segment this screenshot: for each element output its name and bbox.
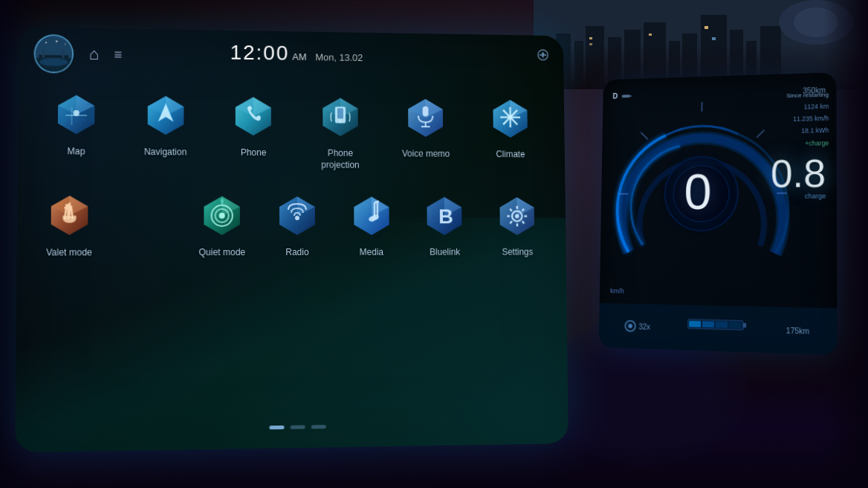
- speed-unit-label: km/h: [610, 287, 624, 295]
- home-icon[interactable]: ⌂: [88, 45, 99, 64]
- svg-rect-25: [42, 49, 45, 57]
- svg-rect-18: [712, 37, 716, 40]
- main-infotainment-screen: ⌂ ≡ 12:00 AM Mon, 13.02: [15, 27, 569, 452]
- svg-rect-104: [630, 95, 632, 97]
- pagination-dot-3[interactable]: [311, 425, 326, 428]
- app-item-bluelink[interactable]: B Bluelink: [418, 190, 471, 259]
- info-since-restarting: Since restarting: [786, 89, 829, 102]
- svg-rect-15: [589, 43, 592, 45]
- svg-line-98: [757, 130, 764, 138]
- app-row-1: Map: [18, 80, 566, 173]
- pagination-dot-2[interactable]: [291, 426, 305, 429]
- svg-line-97: [641, 132, 648, 140]
- top-bar: ⌂ ≡ 12:00 AM Mon, 13.02: [19, 27, 564, 86]
- app-label-navigation: Navigation: [144, 147, 187, 158]
- clock-period: AM: [292, 51, 306, 62]
- svg-rect-103: [622, 94, 630, 97]
- svg-text:B: B: [438, 205, 453, 228]
- app-item-settings[interactable]: Settings: [491, 190, 543, 258]
- info-distance: 1124 km: [786, 100, 829, 114]
- svg-rect-108: [716, 321, 728, 328]
- app-label-climate: Climate: [496, 149, 525, 160]
- home-avatar[interactable]: [33, 34, 74, 74]
- app-item-phone-projection[interactable]: Phone projection: [314, 91, 366, 171]
- charge-display: 0.8 charge: [771, 150, 826, 199]
- menu-icon[interactable]: ≡: [114, 47, 123, 62]
- app-label-map: Map: [68, 146, 85, 158]
- speed-display: 0: [684, 163, 710, 221]
- bottom-left-value: 32x: [638, 322, 650, 330]
- info-charge-status: +charge: [786, 137, 829, 150]
- svg-rect-17: [705, 26, 708, 29]
- pagination-dot-1[interactable]: [269, 426, 284, 429]
- app-item-navigation[interactable]: Navigation: [138, 89, 192, 170]
- app-label-radio: Radio: [285, 247, 308, 259]
- svg-point-72: [219, 213, 225, 219]
- info-panel: Since restarting 1124 km 11.235 km/h 18.…: [786, 89, 829, 150]
- instrument-cluster-screen: D 350km 0 0.8 charge km/h Since restarti…: [599, 72, 838, 355]
- app-label-phone-projection: Phone projection: [321, 148, 360, 171]
- bottom-icon-left: [624, 320, 636, 332]
- svg-point-38: [74, 110, 80, 116]
- svg-rect-55: [423, 106, 429, 117]
- app-label-media: Media: [360, 247, 383, 259]
- app-item-voice-memo[interactable]: Voice memo: [400, 92, 453, 172]
- svg-rect-3: [574, 41, 583, 89]
- drive-mode-label: D: [612, 92, 618, 100]
- app-item-quiet-mode[interactable]: Quiet mode: [195, 189, 249, 259]
- charge-value: 0.8: [771, 150, 826, 196]
- svg-rect-14: [589, 37, 592, 39]
- connection-icon: [537, 48, 549, 64]
- svg-rect-106: [689, 321, 701, 327]
- app-label-quiet-mode: Quiet mode: [198, 247, 245, 259]
- bottom-right-value: 175km: [786, 326, 809, 335]
- app-item-media[interactable]: Media: [345, 190, 398, 259]
- app-label-bluelink: Bluelink: [430, 247, 460, 258]
- app-label-valet-mode: Valet mode: [46, 247, 92, 259]
- clock-time: 12:00: [230, 41, 289, 65]
- app-label-phone: Phone: [241, 147, 267, 159]
- svg-rect-4: [586, 26, 604, 89]
- svg-rect-109: [729, 322, 741, 329]
- info-speed-avg: 11.235 km/h: [786, 112, 829, 125]
- battery-bar: [687, 316, 747, 341]
- svg-rect-107: [702, 321, 714, 328]
- info-kwh: 18.1 kWh: [786, 124, 829, 137]
- app-item-valet-mode[interactable]: Valet mode: [42, 188, 97, 259]
- app-item-radio[interactable]: Radio: [271, 189, 324, 259]
- svg-rect-26: [62, 50, 65, 58]
- app-label-voice-memo: Voice memo: [402, 149, 450, 161]
- app-label-settings: Settings: [502, 247, 533, 258]
- app-item-map[interactable]: Map: [48, 87, 104, 170]
- svg-rect-50: [337, 109, 343, 119]
- svg-point-75: [295, 216, 299, 220]
- speed-value: 0: [684, 164, 710, 220]
- svg-rect-16: [649, 33, 652, 36]
- svg-rect-110: [743, 323, 746, 327]
- clock-date: Mon, 13.02: [315, 51, 363, 63]
- clock-display: 12:00 AM Mon, 13.02: [230, 41, 363, 66]
- app-row-2: Valet mode: [17, 169, 566, 259]
- app-item-climate[interactable]: Climate: [484, 92, 536, 172]
- instrument-bottom-bar: 32x 175km: [599, 303, 838, 355]
- app-item-phone[interactable]: Phone: [227, 89, 280, 170]
